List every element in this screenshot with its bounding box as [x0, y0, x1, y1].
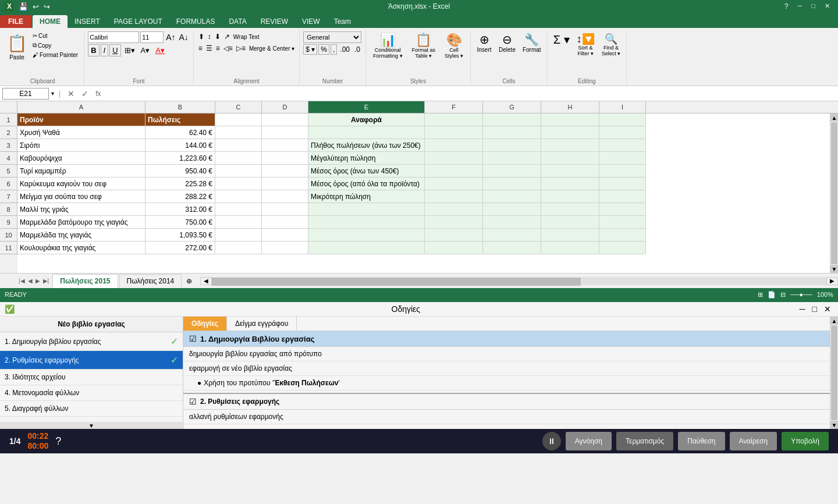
step1-checkbox[interactable]: ☑: [189, 334, 197, 343]
row-header-5[interactable]: 5: [0, 165, 17, 178]
tab-instructions[interactable]: Οδηγίες: [183, 317, 227, 331]
cell-d9[interactable]: [262, 216, 308, 229]
cell-c8[interactable]: [215, 203, 262, 216]
tab-page-layout[interactable]: PAGE LAYOUT: [107, 15, 169, 28]
cell-e6[interactable]: Μέσος όρος (από όλα τα προϊόντα): [308, 178, 425, 190]
panel-restore-button[interactable]: □: [810, 304, 819, 314]
cell-h2[interactable]: [541, 126, 599, 139]
task-item-5[interactable]: 5. Διαγραφή φύλλων: [0, 401, 183, 417]
cell-i2[interactable]: [599, 126, 646, 139]
cell-g3[interactable]: [483, 139, 541, 152]
cell-e5[interactable]: Μέσος όρος (άνω των 450€): [308, 165, 425, 178]
border-button[interactable]: ⊞▾: [122, 45, 137, 56]
row-header-1[interactable]: 1: [0, 113, 17, 126]
cell-c2[interactable]: [215, 126, 262, 139]
cell-c1[interactable]: [215, 113, 262, 126]
row-header-2[interactable]: 2: [0, 126, 17, 139]
align-right-button[interactable]: ≡: [215, 43, 221, 54]
sheet-tab-2014[interactable]: Πωλήσεις 2014: [119, 274, 182, 288]
cell-h10[interactable]: [541, 229, 599, 242]
cell-f7[interactable]: [425, 190, 483, 203]
step2-checkbox[interactable]: ☑: [189, 397, 197, 406]
cell-b3[interactable]: 144.00 €: [145, 139, 215, 152]
cell-i3[interactable]: [599, 139, 646, 152]
font-grow-button[interactable]: A↑: [165, 33, 176, 42]
fill-color-button[interactable]: A▾: [139, 45, 152, 56]
cell-g1[interactable]: [483, 113, 541, 126]
cell-a11[interactable]: Κουλουράκια της γιαγιάς: [17, 242, 145, 254]
col-header-g[interactable]: G: [483, 101, 541, 113]
cell-a5[interactable]: Τυρί καμαμπέρ: [17, 165, 145, 178]
sort-filter-button[interactable]: ↕🔽 Sort &Filter ▾: [574, 31, 597, 58]
cell-c6[interactable]: [215, 178, 262, 190]
cell-c9[interactable]: [215, 216, 262, 229]
cell-b7[interactable]: 288.22 €: [145, 190, 215, 203]
cell-reference-input[interactable]: [2, 88, 49, 100]
cell-b6[interactable]: 225.28 €: [145, 178, 215, 190]
minimize-button[interactable]: ─: [794, 2, 806, 10]
add-sheet-button[interactable]: ⊕: [183, 276, 196, 286]
cell-d6[interactable]: [262, 178, 308, 190]
page-layout-view-button[interactable]: 📄: [768, 291, 776, 299]
task-item-3[interactable]: 3. Ιδιότητες αρχείου: [0, 370, 183, 385]
cell-c10[interactable]: [215, 229, 262, 242]
restore-button[interactable]: □: [808, 2, 819, 10]
cut-button[interactable]: ✂Cut: [30, 31, 80, 40]
tab-file[interactable]: FILE: [0, 15, 31, 28]
cell-g6[interactable]: [483, 178, 541, 190]
cell-b10[interactable]: 1,093.50 €: [145, 229, 215, 242]
undo-button[interactable]: Αναίρεση: [730, 432, 777, 450]
row-header-10[interactable]: 10: [0, 229, 17, 242]
cell-f4[interactable]: [425, 152, 483, 165]
col-header-c[interactable]: C: [215, 101, 262, 113]
cell-b1[interactable]: Πωλήσεις: [145, 113, 215, 126]
row-header-6[interactable]: 6: [0, 178, 17, 190]
panel-minimize-button[interactable]: ─: [797, 304, 808, 314]
cell-e1[interactable]: Αναφορά: [308, 113, 425, 126]
tab-team[interactable]: Team: [327, 15, 358, 28]
cell-d10[interactable]: [262, 229, 308, 242]
row-header-4[interactable]: 4: [0, 152, 17, 165]
row-header-7[interactable]: 7: [0, 190, 17, 203]
sheet-nav-prev[interactable]: ◀: [27, 276, 34, 285]
insert-button[interactable]: ⊕ Insert: [474, 31, 494, 54]
row-header-11[interactable]: 11: [0, 242, 17, 254]
cell-g7[interactable]: [483, 190, 541, 203]
function-wizard-icon[interactable]: fx: [93, 90, 103, 98]
cell-f2[interactable]: [425, 126, 483, 139]
row-header-8[interactable]: 8: [0, 203, 17, 216]
col-header-b[interactable]: B: [145, 101, 215, 113]
cell-g10[interactable]: [483, 229, 541, 242]
format-button[interactable]: 🔧 Format: [520, 31, 544, 54]
row-header-3[interactable]: 3: [0, 139, 17, 152]
cell-b4[interactable]: 1,223.60 €: [145, 152, 215, 165]
cell-b11[interactable]: 272.00 €: [145, 242, 215, 254]
col-header-d[interactable]: D: [262, 101, 308, 113]
decrease-decimal-button[interactable]: .0: [353, 45, 362, 54]
quick-access-undo[interactable]: ↩: [33, 2, 39, 11]
increase-indent-button[interactable]: ▷≡: [235, 43, 247, 54]
cell-d11[interactable]: [262, 242, 308, 254]
cell-i1[interactable]: [599, 113, 646, 126]
cell-i10[interactable]: [599, 229, 646, 242]
decrease-indent-button[interactable]: ◁≡: [222, 43, 234, 54]
col-header-f[interactable]: F: [425, 101, 483, 113]
cell-g9[interactable]: [483, 216, 541, 229]
delete-button[interactable]: ⊖ Delete: [496, 31, 518, 54]
pause2-button[interactable]: Παύθεση: [678, 432, 725, 450]
copy-button[interactable]: ⧉Copy: [30, 41, 80, 50]
wrap-text-button[interactable]: Wrap Text: [232, 33, 261, 41]
cell-h4[interactable]: [541, 152, 599, 165]
tab-review[interactable]: REVIEW: [254, 15, 295, 28]
cell-b9[interactable]: 750.00 €: [145, 216, 215, 229]
tab-insert[interactable]: INSERT: [68, 15, 107, 28]
cell-e11[interactable]: [308, 242, 425, 254]
col-header-h[interactable]: H: [541, 101, 599, 113]
cell-f9[interactable]: [425, 216, 483, 229]
cell-g4[interactable]: [483, 152, 541, 165]
col-header-i[interactable]: I: [599, 101, 646, 113]
sheet-nav-next[interactable]: ▶: [34, 276, 41, 285]
conditional-formatting-button[interactable]: 📊 ConditionalFormatting ▾: [370, 31, 406, 61]
pause-button[interactable]: ⏸: [542, 432, 561, 450]
cell-c7[interactable]: [215, 190, 262, 203]
